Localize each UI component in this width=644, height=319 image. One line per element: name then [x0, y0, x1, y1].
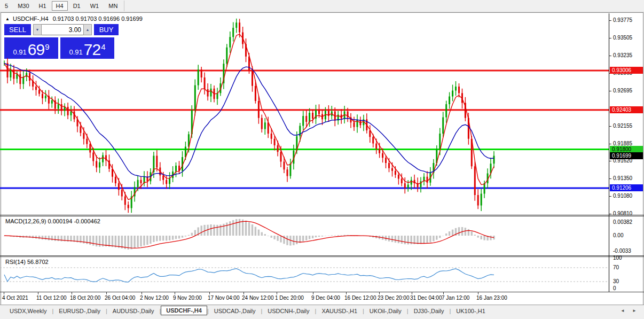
time-tick-label: 23 Dec 20:00: [378, 295, 410, 301]
timeframe-button-d1[interactable]: D1: [69, 1, 85, 11]
time-tick-mark: [478, 292, 478, 294]
chart-tab-usdcad-[interactable]: USDCAD-,Daily: [209, 307, 261, 315]
time-tick-label: 18 Oct 20:00: [70, 295, 100, 301]
timeframe-button-h4[interactable]: H4: [52, 1, 68, 11]
timeframe-button-w1[interactable]: W1: [86, 1, 104, 11]
tab-scroll-arrows[interactable]: ◄ ►: [621, 308, 640, 313]
chart-tab-dj30-[interactable]: DJ30-,Daily: [409, 307, 450, 315]
time-tick-label: 1 Dec 20:00: [275, 295, 304, 301]
price-tick-label: 0.91080: [613, 193, 632, 199]
mt4-terminal: 5M30H1H4D1W1MN ▲ USDCHF-,H4 0.91703 0.91…: [0, 0, 644, 319]
time-tick-mark: [142, 292, 142, 294]
time-tick-label: 9 Dec 04:00: [311, 295, 340, 301]
time-tick-mark: [412, 292, 412, 294]
timeframe-button-5[interactable]: 5: [1, 1, 12, 11]
chart-tab-ukoil-[interactable]: UKOil-,Daily: [364, 307, 407, 315]
price-level-badge: 0.91206: [610, 184, 643, 191]
panel-divider: [0, 292, 644, 292]
time-tick-label: 11 Oct 12:00: [36, 295, 67, 301]
time-tick-label: 2 Nov 12:00: [140, 295, 169, 301]
panel-divider[interactable]: [0, 256, 644, 257]
timeframe-button-h1[interactable]: H1: [35, 1, 51, 11]
time-tick-mark: [346, 292, 347, 294]
rsi-indicator-label: RSI(14) 56.8702: [5, 259, 49, 265]
time-tick-mark: [313, 292, 313, 294]
time-tick-label: 31 Dec 04:00: [410, 295, 442, 301]
time-tick-label: 16 Jan 23:00: [476, 295, 507, 301]
rsi-tick-label: 100: [613, 255, 622, 261]
time-tick-mark: [175, 292, 175, 294]
chart-tab-usdcnh-[interactable]: USDCNH-,Daily: [262, 307, 315, 315]
price-tick-mark: [609, 196, 611, 197]
rsi-tick-label: 0: [613, 285, 616, 291]
price-tick-label: 0.91350: [613, 175, 632, 181]
price-tick-label: 0.90810: [613, 211, 632, 216]
chart-tab-usdchf-[interactable]: USDCHF-,H4: [161, 306, 207, 315]
chart-tab-uk100-[interactable]: UK100-,H1: [451, 307, 490, 315]
time-tick-mark: [244, 292, 244, 294]
price-level-badge: 0.93006: [610, 67, 643, 74]
price-tick-label: 0.93235: [613, 52, 632, 58]
chart-tab-audusd-[interactable]: AUDUSD-,Daily: [107, 307, 160, 315]
price-level-badge: 0.92403: [610, 106, 643, 113]
toolbar-divider: [124, 1, 124, 11]
time-tick-mark: [379, 292, 380, 294]
chart-tab-eurusd-[interactable]: EURUSD-,Daily: [53, 307, 106, 315]
price-tick-mark: [609, 56, 611, 56]
time-tick-mark: [72, 292, 72, 294]
time-tick-mark: [38, 292, 38, 294]
time-tick-label: 7 Jan 12:00: [442, 295, 469, 301]
price-tick-mark: [609, 126, 611, 127]
macd-tick-label: -0.0033: [613, 248, 631, 254]
time-tick-mark: [277, 292, 277, 294]
price-tick-label: 0.93775: [613, 17, 632, 23]
time-tick-label: 24 Nov 12:00: [242, 295, 274, 301]
rsi-tick-label: 70: [613, 264, 619, 270]
timeframe-toolbar: 5M30H1H4D1W1MN: [0, 0, 644, 12]
timeframe-button-m30[interactable]: M30: [13, 1, 33, 11]
panel-divider[interactable]: [0, 215, 644, 215]
macd-tick-label: 0.00: [613, 232, 623, 238]
timeframe-button-mn[interactable]: MN: [104, 1, 122, 11]
price-tick-mark: [609, 20, 611, 21]
time-tick-label: 17 Nov 04:00: [208, 295, 240, 301]
price-chart-canvas[interactable]: [0, 13, 609, 215]
time-tick-label: 9 Nov 20:00: [173, 295, 202, 301]
panel-divider[interactable]: [0, 216, 644, 216]
price-level-badge: 0.91800: [610, 146, 643, 153]
price-tick-label: 0.92155: [613, 123, 632, 129]
time-tick-mark: [209, 292, 210, 294]
rsi-chart-canvas[interactable]: [0, 257, 609, 292]
price-tick-mark: [609, 91, 611, 91]
chart-tab-usdx[interactable]: USDX,Weekly: [4, 307, 52, 315]
chart-tab-xauusd-[interactable]: XAUUSD-,H1: [316, 307, 363, 315]
time-tick-label: 16 Dec 12:00: [344, 295, 376, 301]
price-tick-mark: [609, 144, 611, 144]
price-tick-label: 0.92695: [613, 88, 632, 94]
price-tick-mark: [609, 161, 611, 161]
macd-tick-label: 0.00382: [613, 219, 632, 225]
chart-tab-bar: USDX,Weekly|EURUSD-,Daily|AUDUSD-,Daily|…: [0, 305, 644, 316]
price-tick-mark: [609, 38, 611, 38]
price-level-badge: 0.91699: [610, 152, 643, 159]
panel-divider[interactable]: [0, 255, 644, 256]
macd-indicator-label: MACD(12,26,9) 0.000194 -0.000462: [5, 218, 100, 224]
time-tick-label: 4 Oct 2021: [2, 295, 28, 301]
price-tick-mark: [609, 178, 611, 179]
time-tick-mark: [106, 292, 107, 294]
price-tick-label: 0.93505: [613, 35, 632, 41]
price-tick-mark: [609, 214, 611, 214]
time-tick-mark: [4, 292, 4, 294]
time-tick-mark: [443, 292, 444, 294]
time-tick-label: 26 Oct 04:00: [105, 295, 135, 301]
rsi-tick-label: 30: [613, 278, 619, 284]
